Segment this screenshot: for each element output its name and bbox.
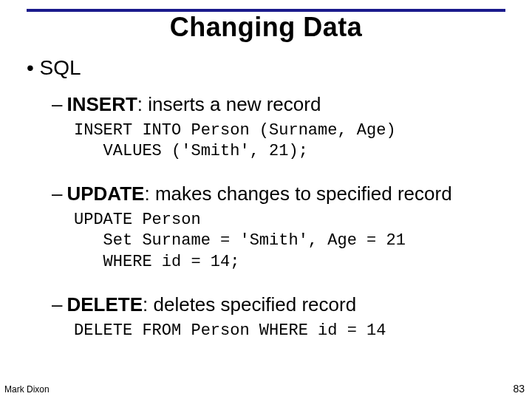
keyword-update: UPDATE bbox=[66, 183, 144, 205]
item-delete: –DELETE: deletes specified record bbox=[52, 293, 505, 316]
keyword-insert: INSERT bbox=[66, 93, 137, 115]
desc-delete: : deletes specified record bbox=[143, 293, 356, 316]
desc-update: : makes changes to specified record bbox=[144, 183, 451, 205]
bullet-sql: • SQL bbox=[27, 56, 505, 80]
slide-title: Changing Data bbox=[0, 12, 532, 43]
item-insert: –INSERT: inserts a new record bbox=[52, 93, 505, 116]
dash-icon: – bbox=[52, 293, 62, 316]
code-update: UPDATE Person Set Surname = 'Smith', Age… bbox=[74, 210, 505, 272]
desc-insert: : inserts a new record bbox=[137, 93, 321, 115]
slide-body: • SQL –INSERT: inserts a new record INSE… bbox=[27, 56, 505, 362]
dash-icon: – bbox=[52, 93, 62, 115]
code-delete: DELETE FROM Person WHERE id = 14 bbox=[74, 321, 505, 341]
code-insert: INSERT INTO Person (Surname, Age) VALUES… bbox=[74, 120, 505, 162]
footer-page-number: 83 bbox=[513, 383, 525, 395]
item-update: –UPDATE: makes changes to specified reco… bbox=[52, 183, 505, 205]
keyword-delete: DELETE bbox=[66, 293, 143, 316]
slide: Changing Data • SQL –INSERT: inserts a n… bbox=[0, 0, 532, 399]
dash-icon: – bbox=[52, 183, 62, 205]
footer-author: Mark Dixon bbox=[4, 384, 50, 395]
